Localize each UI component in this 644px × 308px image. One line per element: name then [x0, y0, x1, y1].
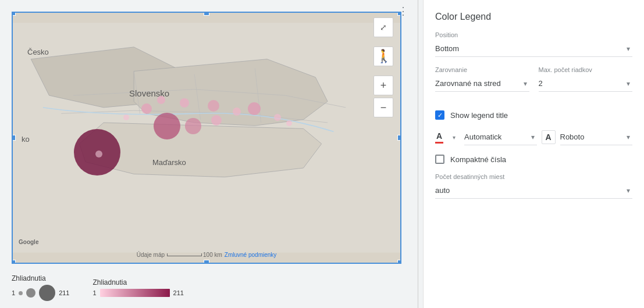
- font-color-dropdown[interactable]: ▾: [448, 130, 460, 144]
- position-select-wrapper: Bottom: [435, 41, 632, 57]
- alignment-label: Zarovnanie: [435, 66, 529, 73]
- expand-button[interactable]: ⤢: [373, 17, 393, 37]
- max-rows-select-wrapper: 2: [539, 76, 633, 92]
- map-canvas: Česko Slovensko Maďarsko ko ⤢ 🚶: [12, 12, 401, 264]
- bubble-legend-max: 211: [59, 289, 69, 296]
- resize-handle-tm[interactable]: [204, 12, 209, 16]
- gradient-legend-items: 1 211: [92, 289, 183, 297]
- resize-handle-ml[interactable]: [12, 135, 16, 141]
- font-a-text: A: [436, 131, 442, 141]
- gradient-legend-max: 211: [173, 289, 184, 296]
- bubble-small-1: [141, 103, 152, 114]
- zoom-out-button[interactable]: −: [373, 98, 393, 117]
- gradient-legend-min: 1: [92, 289, 96, 296]
- alignment-col: Zarovnanie Zarovnané na stred: [435, 66, 529, 101]
- map-footer: Údaje máp 100 km Zmluvné podmienky: [13, 252, 400, 258]
- map-controls: ⤢ 🚶 + −: [373, 17, 393, 117]
- resize-handle-bl[interactable]: [12, 260, 16, 264]
- decimal-select-wrapper: auto: [435, 182, 632, 199]
- checkmark-icon: ✓: [437, 112, 443, 119]
- bubble-small-4: [208, 100, 219, 112]
- map-background: [13, 13, 400, 263]
- position-select[interactable]: Bottom: [435, 41, 632, 57]
- bubble-dot-medium: [26, 288, 35, 298]
- plus-icon: +: [380, 80, 387, 92]
- font-color-bar: [435, 142, 443, 144]
- bubble-medium-1: [154, 113, 180, 139]
- alignment-select-wrapper: Zarovnané na stred: [435, 76, 529, 92]
- font-auto-select[interactable]: Automatick: [464, 129, 537, 145]
- decimal-select[interactable]: auto: [435, 182, 632, 199]
- bubble-legend: Zhliadnutia 1 211: [12, 274, 69, 301]
- resize-handle-mr[interactable]: [397, 135, 401, 141]
- bubble-small-6: [248, 102, 261, 115]
- font-name-wrapper: Roboto: [560, 129, 633, 145]
- font-row: A ▾ Automatick A Roboto: [435, 129, 632, 145]
- show-title-checkbox[interactable]: ✓: [435, 110, 444, 120]
- resize-handle-br[interactable]: [397, 260, 401, 264]
- font-color-button[interactable]: A: [435, 131, 443, 144]
- bubble-small-5: [233, 108, 241, 116]
- right-panel: Color Legend Position Bottom Zarovnanie …: [423, 0, 644, 308]
- max-rows-label: Max. počet riadkov: [539, 66, 633, 73]
- bubble-legend-items: 1 211: [12, 285, 69, 301]
- max-rows-col: Max. počet riadkov 2: [539, 66, 633, 101]
- compact-label: Kompaktné čísla: [450, 155, 506, 164]
- bubble-small-7: [274, 114, 281, 121]
- gradient-legend: Zhliadnutia 1 211: [92, 278, 183, 297]
- resize-handle-tl[interactable]: [12, 12, 16, 16]
- resize-handle-bm[interactable]: [204, 260, 209, 264]
- bubble-small-8: [211, 115, 222, 126]
- bubble-legend-min: 1: [12, 289, 15, 296]
- bubble-dot-small: [19, 291, 23, 295]
- google-attribution: Google: [19, 239, 38, 245]
- position-label: Position: [435, 31, 632, 38]
- bubble-dot-large: [39, 285, 55, 301]
- terms-link[interactable]: Zmluvné podmienky: [225, 252, 276, 258]
- bubble-legend-title: Zhliadnutia: [12, 274, 69, 282]
- person-icon: 🚶: [376, 49, 392, 64]
- compact-row: Kompaktné čísla: [435, 155, 632, 164]
- resize-handle-tr[interactable]: [397, 12, 401, 16]
- expand-icon: ⤢: [380, 23, 387, 32]
- bubble-medium-2: [185, 118, 201, 134]
- zoom-in-button[interactable]: +: [373, 76, 393, 95]
- show-title-label: Show legend title: [450, 111, 508, 120]
- font-name-select[interactable]: Roboto: [560, 129, 633, 145]
- data-attribution: Údaje máp: [137, 252, 165, 258]
- gradient-bar: [100, 289, 170, 297]
- scale-label: 100 km: [203, 252, 222, 258]
- decimal-label: Počet desatinných miest: [435, 173, 632, 180]
- gradient-legend-title: Zhliadnutia: [92, 278, 183, 286]
- scale-bar: 100 km: [167, 252, 222, 258]
- font-icon: A: [542, 130, 556, 144]
- max-rows-select[interactable]: 2: [539, 76, 633, 92]
- two-col-row: Zarovnanie Zarovnané na stred Max. počet…: [435, 66, 632, 101]
- alignment-select[interactable]: Zarovnané na stred: [435, 76, 529, 92]
- panel-divider: [418, 0, 418, 308]
- bubble-small-3: [180, 98, 189, 108]
- bubble-small-9: [123, 114, 129, 120]
- compact-checkbox[interactable]: [435, 155, 444, 164]
- street-view-button[interactable]: 🚶: [373, 46, 393, 66]
- minus-icon: −: [380, 102, 387, 114]
- bubble-small-10: [286, 120, 292, 126]
- bubble-center-dot: [95, 151, 102, 157]
- panel-title: Color Legend: [435, 12, 632, 22]
- bubble-small-2: [157, 96, 165, 104]
- legend-area: Zhliadnutia 1 211 Zhliadnutia 1 211: [0, 270, 413, 308]
- font-auto-wrapper: Automatick: [464, 129, 537, 145]
- show-title-row: ✓ Show legend title: [435, 110, 632, 120]
